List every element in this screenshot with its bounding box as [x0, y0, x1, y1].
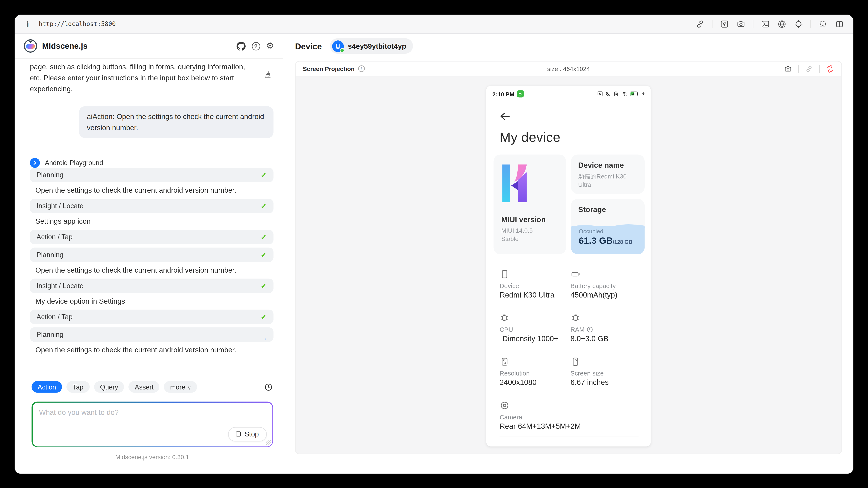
settings-gear-icon[interactable]: ⚙: [266, 41, 274, 51]
projection-divider: [798, 64, 799, 73]
projection-divider: [819, 64, 820, 73]
svg-text:54: 54: [630, 92, 634, 96]
check-icon: ✓: [261, 171, 267, 180]
projection-size: size : 464x1024: [296, 65, 841, 72]
resolution-icon: [499, 357, 509, 367]
timeline-step[interactable]: Insight / Locate✓: [30, 279, 274, 293]
tab-more[interactable]: more∨: [164, 381, 197, 393]
toolbar-divider: [810, 20, 811, 28]
cpu-chip-icon: [499, 313, 509, 323]
disconnect-broken-link-icon[interactable]: [826, 64, 834, 73]
check-icon: ✓: [261, 251, 267, 259]
page-info-icon[interactable]: i: [24, 20, 32, 29]
help-icon[interactable]: ?: [252, 42, 260, 50]
check-icon: ✓: [261, 202, 267, 211]
toolbar-divider: [712, 20, 713, 28]
tab-action[interactable]: Action: [32, 381, 62, 393]
projection-actions: [784, 64, 834, 73]
screen-projection-panel: size : 464x1024 Screen Projection i 2:10…: [295, 61, 842, 454]
browser-url-bar: i http://localhost:5800: [15, 15, 853, 34]
phone-avatar-icon: [332, 40, 344, 52]
globe-icon[interactable]: [777, 20, 786, 29]
timeline-note: Open the settings to check the current a…: [35, 186, 272, 195]
sidebar-scroll-area[interactable]: page, such as clicking buttons, filling …: [15, 59, 283, 381]
device-name-card[interactable]: Device name 劝儒的Redmi K30 Ultra: [571, 154, 645, 194]
spec-screen-size: Screen size 6.67 inches: [570, 357, 645, 386]
ram-chip-icon: [570, 313, 581, 323]
device-header: Device s4ey59ytbitot4yp: [283, 34, 853, 58]
online-status-dot: [340, 48, 344, 52]
url-text[interactable]: http://localhost:5800: [39, 21, 116, 28]
screen-size-icon: [570, 357, 581, 367]
midscene-logo-icon: [24, 39, 37, 53]
miui-version-card[interactable]: MIUI version MIUI 14.0.5 Stable: [494, 154, 566, 254]
playground-label: Android Playground: [45, 159, 103, 167]
no-sim-icon: [613, 91, 619, 97]
stop-button[interactable]: Stop: [228, 427, 267, 441]
camera-lens-icon: [499, 400, 509, 410]
miui-card-title: MIUI version: [501, 216, 558, 224]
storage-card[interactable]: Storage Occupied 61.3 GB/128 GB: [571, 199, 645, 254]
spec-cpu: CPU Dimensity 1000+: [499, 313, 570, 343]
resize-handle[interactable]: [266, 440, 270, 444]
link-connected-icon[interactable]: [805, 64, 813, 73]
timeline-step[interactable]: Action / Tap✓: [30, 310, 274, 324]
timeline-step[interactable]: Planning✓: [30, 168, 274, 182]
check-icon: ✓: [261, 313, 267, 321]
screenshot-camera-icon[interactable]: [784, 64, 792, 73]
ram-info-icon[interactable]: !: [587, 327, 592, 332]
status-time: 2:10 PM: [493, 91, 515, 97]
storage-occupied-label: Occupied: [579, 228, 603, 234]
timeline-step[interactable]: Insight / Locate✓: [30, 199, 274, 213]
storage-fill: Occupied 61.3 GB/128 GB: [571, 223, 645, 254]
battery-outline-icon: [570, 269, 581, 279]
history-clock-icon[interactable]: [264, 382, 273, 392]
locator-icon[interactable]: [794, 20, 803, 29]
spec-ram: RAM! 8.0+3.0 GB: [570, 313, 645, 343]
app-window: i http://localhost:5800 Midscene.js ?: [15, 15, 853, 473]
charging-bolt-icon: [641, 91, 646, 97]
app-title: Midscene.js: [42, 41, 88, 51]
back-arrow-icon[interactable]: [499, 112, 510, 121]
terminal-icon[interactable]: [761, 20, 770, 29]
miui-14-logo: [501, 163, 539, 203]
loading-spinner-icon: [265, 330, 267, 340]
phone-bottom-divider: [499, 436, 638, 437]
tab-assert[interactable]: Assert: [129, 381, 160, 393]
camera-icon[interactable]: [736, 20, 746, 29]
timeline-step[interactable]: Planning: [30, 328, 274, 342]
device-name-title: Device name: [578, 161, 638, 170]
chevron-down-icon: ∨: [188, 385, 191, 390]
clear-broom-icon[interactable]: [264, 70, 273, 79]
user-message-card: aiAction: Open the settings to check the…: [79, 107, 274, 138]
sidebar-header: Midscene.js ? ⚙: [15, 34, 283, 59]
playground-header: Android Playground: [30, 158, 274, 168]
spec-grid: Device Redmi K30 Ultra Battery capacity …: [486, 254, 651, 430]
storage-occupied-value: 61.3 GB/128 GB: [579, 235, 632, 246]
image-icon[interactable]: [719, 20, 729, 29]
spec-battery: Battery capacity 4500mAh(typ): [570, 269, 645, 299]
device-badge[interactable]: s4ey59ytbitot4yp: [330, 38, 413, 54]
timeline-step[interactable]: Planning✓: [30, 248, 274, 262]
extensions-icon[interactable]: [818, 20, 828, 29]
phone-screen[interactable]: 2:10 PM 6 54: [486, 86, 651, 447]
link-icon[interactable]: [695, 20, 705, 29]
timeline-note: Open the settings to check the current a…: [35, 346, 272, 354]
spec-camera: Camera Rear 64M+13M+5M+2M: [499, 400, 645, 430]
toolbar-divider: [753, 20, 754, 28]
screen: i http://localhost:5800 Midscene.js ?: [0, 0, 868, 488]
timeline-step[interactable]: Action / Tap✓: [30, 230, 274, 245]
battery-icon: 54: [629, 91, 639, 97]
charging-badge-icon: [517, 90, 524, 97]
instruction-input-border: What do you want to do? Stop: [32, 402, 273, 447]
tab-tap[interactable]: Tap: [67, 381, 90, 393]
nfc-icon: [597, 91, 603, 97]
check-icon: ✓: [261, 282, 267, 290]
split-view-icon[interactable]: [835, 20, 844, 29]
device-panel: Device s4ey59ytbitot4yp size : 464x1024 …: [283, 34, 853, 473]
github-icon[interactable]: [236, 41, 246, 51]
device-id: s4ey59ytbitot4yp: [348, 42, 406, 50]
instruction-input[interactable]: What do you want to do? Stop: [32, 402, 272, 446]
timeline-note: My device option in Settings: [35, 297, 272, 306]
tab-query[interactable]: Query: [94, 381, 124, 393]
